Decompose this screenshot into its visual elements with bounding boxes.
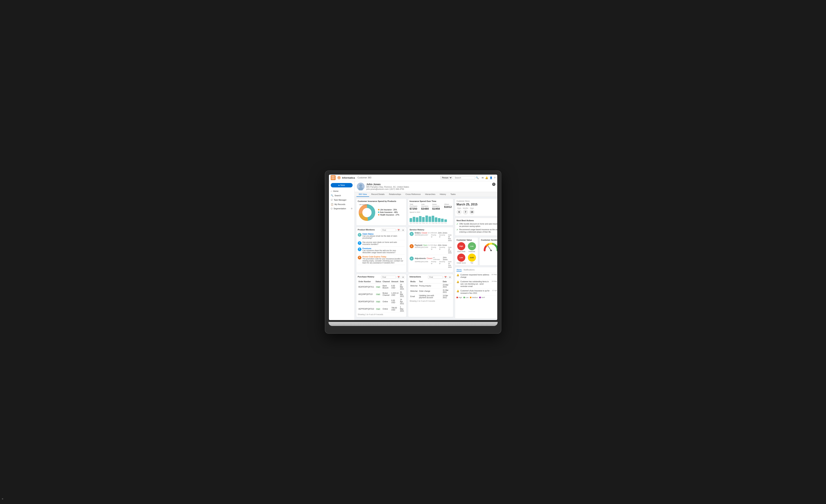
email-icon[interactable]: ✉: [482, 176, 484, 179]
mentions-calendar-btn[interactable]: 📅: [397, 229, 401, 232]
counter-years: Years 6: [457, 207, 462, 214]
bar-label-Jan: Jan: [410, 222, 412, 224]
alert-text-2: Customer's Auto Insurance is up for rene…: [460, 290, 491, 294]
date-0: 23 Mar 2021: [399, 283, 405, 291]
counter-months: Months 7: [463, 207, 468, 214]
nba-text-0: Offer bundle discount on home and auto i…: [459, 223, 497, 228]
mentions-header: Product Mentions 📅 ⚙: [358, 229, 405, 232]
bar-label-Jun: Jun: [425, 222, 428, 224]
purchase-footer: Showing 1 to 4 out of 4 records: [358, 313, 405, 315]
tab-notifications[interactable]: Notifications: [464, 269, 474, 271]
purchase-calendar-btn[interactable]: 📅: [397, 275, 401, 279]
tier-label: Tier: [470, 262, 473, 264]
sidebar-item-taskmanager[interactable]: ☑ Task Manager: [329, 198, 354, 202]
svg-point-4: [359, 184, 362, 187]
purchase-settings-btn[interactable]: ⚙: [401, 275, 405, 279]
purchase-find[interactable]: [381, 275, 396, 279]
amount-3: 798.00 USD: [391, 305, 399, 313]
service-badge-1: P: [410, 244, 414, 248]
alert-text-1: Customer has outstanding items in cart, …: [460, 280, 490, 288]
sentiment-gauge-svg: [483, 242, 497, 252]
spend-over-time-card: Insurance Spend Over Time Total Purchase…: [408, 198, 454, 226]
alert-icon-2: 🔔: [457, 290, 459, 292]
user-icon[interactable]: 👤: [489, 176, 492, 179]
tab-crossreference[interactable]: Cross Reference: [403, 192, 423, 197]
date-1: 31 Mar 2021: [399, 291, 405, 298]
sd-meta-0: SERREQ0012457 Priority U Severity U Date…: [415, 234, 452, 241]
gauge-churn: High Churn Risk: [457, 242, 466, 252]
settings-gear-icon[interactable]: ⚙: [351, 207, 353, 210]
col-status: Status: [375, 280, 382, 283]
sidebar-item-segmentation[interactable]: ⬡ Segmentation ⚙: [329, 206, 354, 211]
interactions-find[interactable]: [428, 275, 443, 279]
profile-name: John Jones: [366, 183, 495, 186]
nba-text-1: Recommend usage-based insurance as the u…: [459, 229, 497, 233]
channel-2: Online: [382, 298, 391, 305]
legend-life-label: Life Insurance - 25%: [380, 209, 397, 211]
new-button[interactable]: ● New: [331, 183, 353, 187]
service-item-0: O Orders Closed on Unknown John Jones SE…: [410, 232, 452, 243]
interactions-calendar-btn[interactable]: 📅: [444, 275, 448, 279]
person-select[interactable]: Person: [440, 176, 452, 180]
credit-circle: Low: [457, 254, 465, 262]
bar-label-Sep: Sep: [435, 222, 437, 224]
bar-Jun: [425, 215, 428, 222]
notification-icon[interactable]: 🔔: [485, 176, 488, 179]
bar-label-Apr: Apr: [419, 222, 421, 224]
service-detail-1: Payment Open to 216 days John Jones SERR…: [415, 244, 452, 254]
bar-Jul: [428, 216, 431, 222]
close-button[interactable]: ✕: [492, 183, 495, 186]
service-badge-0: O: [410, 232, 414, 236]
tab-hierarchies[interactable]: Hierarchies: [423, 192, 437, 197]
sidebar-item-home[interactable]: ⌂ Home: [329, 189, 354, 193]
sidebar-item-search[interactable]: 🔍 Search: [329, 193, 354, 198]
bar-May: [422, 217, 425, 222]
mentions-settings-btn[interactable]: ⚙: [401, 229, 405, 232]
purchase-table: Order Number Status Channel Amount Date …: [358, 280, 405, 313]
app-grid-icon[interactable]: [331, 175, 336, 180]
legend-auto: Auto Insurance - 48%: [378, 211, 400, 213]
bar-Feb: [413, 217, 415, 222]
credit-label: Credit Score: [457, 262, 466, 264]
tab-history[interactable]: History: [437, 192, 448, 197]
bar-Apr: [419, 216, 422, 222]
service-badge-2: A: [410, 256, 414, 260]
interactions-settings-btn[interactable]: ⚙: [448, 275, 452, 279]
tab-360view[interactable]: 360 View: [356, 192, 369, 197]
bar-Aug: [432, 216, 434, 222]
legend-map-label: MAP: [481, 297, 485, 298]
help-icon[interactable]: ?: [494, 176, 495, 179]
mentions-find[interactable]: [381, 229, 396, 232]
dashboard-grid: Customer Insurance Spend by Products: [355, 197, 497, 320]
search-button[interactable]: 🔍: [476, 176, 479, 179]
bar-label-Jul: Jul: [429, 222, 431, 224]
legend-auto-label: Auto Insurance - 48%: [380, 211, 398, 213]
bar-col-Jun: Jun: [425, 215, 428, 224]
tab-recorddetails[interactable]: Record Details: [369, 192, 387, 197]
logo-area: Informatica: [337, 176, 355, 180]
purchase-title: Purchase History: [358, 275, 374, 278]
bar-col-Jan: Jan: [410, 218, 412, 224]
tab-relationships[interactable]: Relationships: [387, 192, 403, 197]
bar-label-Dec: Dec: [445, 222, 447, 224]
tab-tasks[interactable]: Tasks: [448, 192, 458, 197]
months-value: 7: [463, 209, 468, 214]
nba-item-0: ✔ Offer bundle discount on home and auto…: [457, 223, 497, 228]
purchase-row-3: AEPPEWPQ87510 Paid Online 798.00 USD 1 M…: [358, 305, 405, 313]
alert-text-0: Customer requested home address change: [460, 273, 490, 278]
order-num-2: BEAPEWPQ87510: [358, 298, 375, 305]
interactions-footer: Showing 1 to 3 out of 3 records: [410, 300, 452, 302]
idate-1: 31 Mar 2021: [442, 289, 452, 294]
search-input[interactable]: [453, 176, 475, 179]
tabs-bar: 360 View Record Details Relationships Cr…: [355, 192, 497, 197]
alerts-card: Alerts Notifications 🔔 Customer requeste…: [455, 267, 497, 319]
gauge-potential: Low Potential: [467, 242, 477, 252]
legend-health: Health Insurance - 27%: [378, 214, 400, 216]
tab-alerts[interactable]: Alerts: [457, 269, 462, 271]
customer-since-title: Customer Since: [457, 200, 497, 202]
alert-icon-1: 🔔: [457, 280, 459, 283]
status-3: Paid: [375, 305, 382, 313]
sidebar-item-myrecords[interactable]: 📋 My Records: [329, 202, 354, 206]
media-1: Webchat: [410, 289, 418, 294]
alert-date-1: 24 Mar 2021: [492, 280, 497, 282]
